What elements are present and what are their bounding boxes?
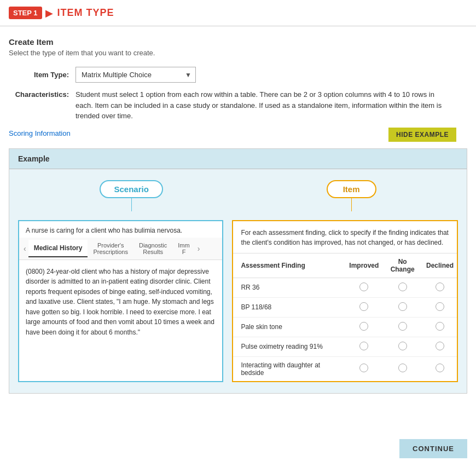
hide-example-button[interactable]: HIDE EXAMPLE	[388, 128, 456, 142]
example-body: Scenario Item A nurse is caring for a cl…	[9, 169, 467, 393]
item-type-select-wrapper: Matrix Multiple Choice Multiple Choice S…	[76, 67, 196, 83]
radio-circle-no-change[interactable]	[398, 302, 407, 311]
radio-improved-row-2[interactable]	[346, 317, 382, 337]
radio-circle-declined[interactable]	[436, 364, 444, 372]
continue-button-row: CONTINUE	[399, 439, 467, 458]
col-header-declined: Declined	[423, 253, 457, 278]
scenario-tab-diagnostic[interactable]: DiagnosticResults	[133, 238, 172, 260]
radio-declined-row-4[interactable]	[423, 356, 457, 381]
radio-no-change-row-4[interactable]	[382, 356, 423, 381]
main-content: Create Item Select the type of item that…	[0, 26, 476, 416]
radio-circle-declined[interactable]	[436, 322, 444, 331]
labels-row: Scenario Item	[18, 180, 458, 211]
table-row: Interacting with daughter at bedside	[233, 356, 457, 381]
scenario-panel: A nurse is caring for a client who has b…	[18, 220, 223, 382]
radio-circle-no-change[interactable]	[398, 342, 407, 350]
example-columns: A nurse is caring for a client who has b…	[18, 220, 458, 382]
radio-circle-declined[interactable]	[436, 282, 444, 291]
scenario-label: Scenario	[100, 180, 162, 198]
tab-next-button[interactable]: ›	[195, 241, 202, 256]
radio-circle-improved[interactable]	[359, 322, 368, 331]
item-type-select[interactable]: Matrix Multiple Choice Multiple Choice S…	[76, 67, 196, 83]
characteristics-label: Characteristics:	[9, 89, 69, 99]
radio-circle-no-change[interactable]	[398, 322, 407, 331]
continue-button[interactable]: CONTINUE	[399, 439, 467, 458]
radio-improved-row-3[interactable]	[346, 337, 382, 356]
col-header-no-change: No Change	[382, 253, 423, 278]
characteristics-text: Student must select 1 option from each r…	[76, 89, 448, 122]
example-section: Example Scenario Item A nurse is caring …	[9, 148, 467, 394]
arrow-icon: ▶	[45, 7, 53, 19]
tab-prev-button[interactable]: ‹	[21, 241, 28, 256]
step-badge: STEP 1	[9, 7, 42, 19]
radio-declined-row-2[interactable]	[423, 317, 457, 337]
scenario-tab-medical-history[interactable]: Medical History	[28, 240, 88, 257]
finding-cell: BP 118/68	[233, 297, 346, 317]
characteristics-row: Characteristics: Student must select 1 o…	[9, 89, 467, 122]
radio-declined-row-0[interactable]	[423, 278, 457, 297]
scenario-tab-prescriptions[interactable]: Provider'sPrescriptions	[88, 238, 133, 260]
radio-no-change-row-2[interactable]	[382, 317, 423, 337]
radio-circle-improved[interactable]	[359, 342, 368, 350]
scenario-intro: A nurse is caring for a client who has b…	[19, 221, 222, 238]
radio-no-change-row-3[interactable]	[382, 337, 423, 356]
create-item-title: Create Item	[9, 37, 467, 47]
table-row: RR 36	[233, 278, 457, 297]
create-item-subtitle: Select the type of item that you want to…	[9, 49, 467, 57]
radio-circle-improved[interactable]	[359, 364, 368, 372]
radio-improved-row-4[interactable]	[346, 356, 382, 381]
table-row: Pale skin tone	[233, 317, 457, 337]
col-header-finding: Assessment Finding	[233, 253, 346, 278]
radio-no-change-row-0[interactable]	[382, 278, 423, 297]
item-label: Item	[327, 180, 376, 198]
scenario-tabs: ‹ Medical History Provider'sPrescription…	[19, 238, 222, 260]
radio-no-change-row-1[interactable]	[382, 297, 423, 317]
item-type-label: Item Type:	[9, 71, 69, 79]
radio-circle-improved[interactable]	[359, 302, 368, 311]
radio-circle-no-change[interactable]	[398, 364, 407, 372]
finding-cell: Interacting with daughter at bedside	[233, 356, 346, 381]
radio-circle-declined[interactable]	[436, 342, 444, 350]
radio-circle-declined[interactable]	[436, 302, 444, 311]
radio-declined-row-1[interactable]	[423, 297, 457, 317]
finding-cell: Pulse oximetry reading 91%	[233, 337, 346, 356]
item-panel: For each assessment finding, click to sp…	[232, 220, 458, 382]
radio-improved-row-0[interactable]	[346, 278, 382, 297]
scoring-information-link[interactable]: Scoring Information	[9, 129, 71, 137]
scenario-content: (0800) 24-year-old client who has a hist…	[19, 260, 222, 344]
table-row: BP 118/68	[233, 297, 457, 317]
col-header-improved: Improved	[346, 253, 382, 278]
radio-circle-improved[interactable]	[359, 282, 368, 291]
item-type-row: Item Type: Matrix Multiple Choice Multip…	[9, 67, 467, 83]
radio-improved-row-1[interactable]	[346, 297, 382, 317]
radio-circle-no-change[interactable]	[398, 282, 407, 291]
item-intro: For each assessment finding, click to sp…	[233, 221, 457, 253]
table-row: Pulse oximetry reading 91%	[233, 337, 457, 356]
example-header: Example	[9, 149, 467, 169]
page-title: ITEM TYPE	[57, 7, 114, 19]
radio-declined-row-3[interactable]	[423, 337, 457, 356]
finding-cell: Pale skin tone	[233, 317, 346, 337]
scenario-tab-imm[interactable]: ImmF	[172, 238, 195, 260]
matrix-table: Assessment Finding Improved No Change De…	[233, 253, 457, 381]
finding-cell: RR 36	[233, 278, 346, 297]
page-header: STEP 1 ▶ ITEM TYPE	[0, 0, 476, 26]
